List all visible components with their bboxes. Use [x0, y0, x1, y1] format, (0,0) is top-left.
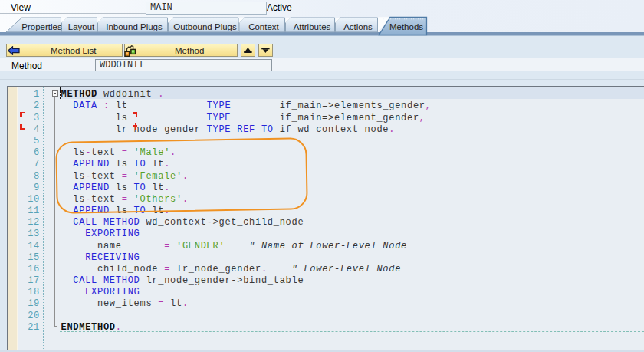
- svg-text:Actions: Actions: [343, 22, 373, 31]
- svg-text:Attributes: Attributes: [294, 22, 331, 31]
- svg-text:Outbound Plugs: Outbound Plugs: [173, 22, 237, 31]
- svg-text:Layout: Layout: [68, 22, 95, 31]
- svg-text:Inbound Plugs: Inbound Plugs: [106, 22, 163, 31]
- svg-text:Properties: Properties: [21, 22, 62, 31]
- svg-text:Methods: Methods: [389, 22, 423, 31]
- svg-text:Context: Context: [248, 22, 279, 31]
